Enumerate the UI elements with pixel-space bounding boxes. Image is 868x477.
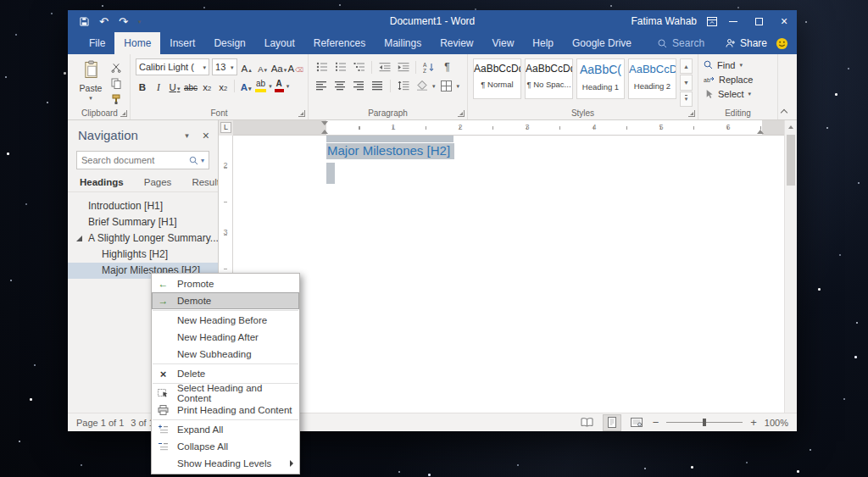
- menu-item-show-heading-levels[interactable]: Show Heading Levels: [152, 455, 299, 472]
- align-left-button[interactable]: [314, 77, 330, 94]
- subscript-button[interactable]: x2: [200, 77, 214, 94]
- menu-item-new-subheading[interactable]: New Subheading: [152, 346, 299, 363]
- bullets-button[interactable]: [314, 58, 330, 75]
- navigation-search-box[interactable]: ▾: [76, 151, 209, 169]
- heading-item-highlights[interactable]: Highlights [H2]: [68, 247, 218, 263]
- zoom-in-icon[interactable]: +: [750, 417, 757, 428]
- font-name-dropdown-icon[interactable]: ▾: [203, 64, 207, 70]
- multilevel-list-button[interactable]: [351, 58, 367, 75]
- shading-dropdown-icon[interactable]: ▾: [432, 83, 436, 89]
- heading-item-brief-summary[interactable]: Brief Summary [H1]: [68, 214, 218, 230]
- menu-item-promote[interactable]: ← Promote: [152, 275, 299, 292]
- borders-dropdown-icon[interactable]: ▾: [457, 83, 460, 89]
- shading-button[interactable]: [414, 77, 430, 94]
- strikethrough-button[interactable]: abc: [184, 77, 198, 94]
- navigation-close-icon[interactable]: ×: [203, 130, 209, 141]
- copy-button[interactable]: [108, 77, 125, 90]
- increase-indent-button[interactable]: [395, 58, 411, 75]
- heading-item-introduction[interactable]: Introduction [H1]: [68, 198, 218, 214]
- format-painter-button[interactable]: [108, 93, 125, 106]
- tab-layout[interactable]: Layout: [255, 32, 304, 54]
- numbering-button[interactable]: [332, 58, 348, 75]
- menu-item-new-heading-before[interactable]: New Heading Before: [152, 312, 299, 329]
- font-size-combo[interactable]: 13 ▾: [212, 58, 237, 75]
- nav-tab-results[interactable]: Results: [192, 177, 219, 187]
- menu-item-demote[interactable]: → Demote: [152, 292, 299, 309]
- tell-me-search[interactable]: Search: [658, 32, 704, 54]
- change-case-button[interactable]: Aa▾: [272, 58, 287, 75]
- grow-font-button[interactable]: A▴: [240, 58, 253, 75]
- menu-item-expand-all[interactable]: Expand All: [152, 421, 299, 438]
- read-mode-button[interactable]: [579, 415, 596, 430]
- tab-file[interactable]: File: [80, 32, 114, 54]
- document-page[interactable]: Major Milestones [H2]: [233, 136, 784, 413]
- menu-item-print-heading-content[interactable]: Print Heading and Content: [152, 402, 299, 419]
- font-color-button[interactable]: A: [275, 77, 284, 94]
- page-indicator[interactable]: Page 1 of 1: [76, 418, 124, 428]
- select-button[interactable]: Select ▾: [704, 86, 772, 101]
- bold-button[interactable]: B: [136, 77, 149, 94]
- user-name[interactable]: Fatima Wahab: [631, 15, 697, 27]
- sort-button[interactable]: AZ: [420, 58, 437, 75]
- font-dialog-launcher[interactable]: [298, 110, 305, 117]
- hanging-indent-marker[interactable]: [321, 130, 328, 134]
- font-name-combo[interactable]: Calibri Light ( ▾: [136, 58, 209, 75]
- styles-scroll-down-icon[interactable]: ▼: [680, 75, 693, 90]
- collapse-ribbon-icon[interactable]: [780, 108, 788, 116]
- clear-formatting-button[interactable]: A⌫: [288, 58, 303, 75]
- menu-item-collapse-all[interactable]: Collapse All: [152, 438, 299, 455]
- search-document-input[interactable]: [81, 155, 189, 165]
- find-dropdown-icon[interactable]: ▾: [739, 62, 743, 68]
- clipboard-dialog-launcher[interactable]: [120, 110, 127, 117]
- text-effects-button[interactable]: A▾: [239, 77, 253, 94]
- tab-stop-selector[interactable]: L: [220, 122, 231, 133]
- align-center-button[interactable]: [332, 77, 348, 94]
- zoom-level[interactable]: 100%: [765, 418, 788, 428]
- scrollbar-thumb[interactable]: [787, 135, 795, 186]
- horizontal-ruler[interactable]: 1 2 3 4 5 6: [233, 120, 784, 136]
- line-spacing-button[interactable]: [395, 77, 411, 94]
- nav-tab-pages[interactable]: Pages: [144, 177, 172, 187]
- vertical-scrollbar[interactable]: [784, 120, 797, 413]
- zoom-slider-handle[interactable]: [703, 419, 706, 426]
- paste-button[interactable]: Paste ▾: [75, 58, 107, 107]
- zoom-out-icon[interactable]: −: [653, 417, 659, 428]
- decrease-indent-button[interactable]: [376, 58, 392, 75]
- paragraph-dialog-launcher[interactable]: [458, 110, 465, 117]
- tab-google-drive[interactable]: Google Drive: [563, 32, 641, 54]
- style-heading-1[interactable]: AaBbC( Heading 1: [576, 58, 625, 99]
- zoom-slider[interactable]: [666, 422, 743, 423]
- tab-review[interactable]: Review: [431, 32, 482, 54]
- tab-design[interactable]: Design: [204, 32, 254, 54]
- style-no-spacing[interactable]: AaBbCcDd ¶ No Spac...: [525, 58, 573, 99]
- highlight-dropdown-icon[interactable]: ▾: [269, 83, 272, 89]
- tab-view[interactable]: View: [483, 32, 524, 54]
- ribbon-display-options-icon[interactable]: [707, 17, 717, 26]
- menu-item-select-heading-content[interactable]: Select Heading and Content: [152, 385, 299, 402]
- right-indent-marker[interactable]: [757, 130, 764, 134]
- font-size-dropdown-icon[interactable]: ▾: [231, 64, 234, 70]
- styles-more-icon[interactable]: ▾: [680, 92, 693, 107]
- styles-scroll-up-icon[interactable]: ▲: [680, 58, 693, 74]
- shrink-font-button[interactable]: A▾: [256, 58, 270, 75]
- align-right-button[interactable]: [351, 77, 367, 94]
- styles-dialog-launcher[interactable]: [688, 110, 695, 117]
- justify-button[interactable]: [370, 77, 386, 94]
- collapse-caret-icon[interactable]: [76, 236, 82, 241]
- style-normal[interactable]: AaBbCcDd ¶ Normal: [473, 58, 521, 99]
- customize-qat-icon[interactable]: ▾: [138, 19, 142, 25]
- menu-item-new-heading-after[interactable]: New Heading After: [152, 329, 299, 346]
- web-layout-button[interactable]: [628, 415, 645, 430]
- show-hide-pilcrow-button[interactable]: ¶: [439, 58, 455, 75]
- tab-home[interactable]: Home: [114, 32, 160, 54]
- cut-button[interactable]: [108, 61, 125, 74]
- navigation-options-icon[interactable]: ▾: [185, 131, 189, 140]
- borders-button[interactable]: [438, 77, 454, 94]
- select-dropdown-icon[interactable]: ▾: [748, 91, 752, 97]
- highlight-color-button[interactable]: ab: [255, 77, 266, 94]
- font-color-dropdown-icon[interactable]: ▾: [287, 83, 290, 89]
- tab-references[interactable]: References: [304, 32, 375, 54]
- heading-item-longer-summary[interactable]: A Slightly Longer Summary...: [68, 230, 218, 247]
- tab-insert[interactable]: Insert: [160, 32, 204, 54]
- italic-button[interactable]: I: [152, 77, 165, 94]
